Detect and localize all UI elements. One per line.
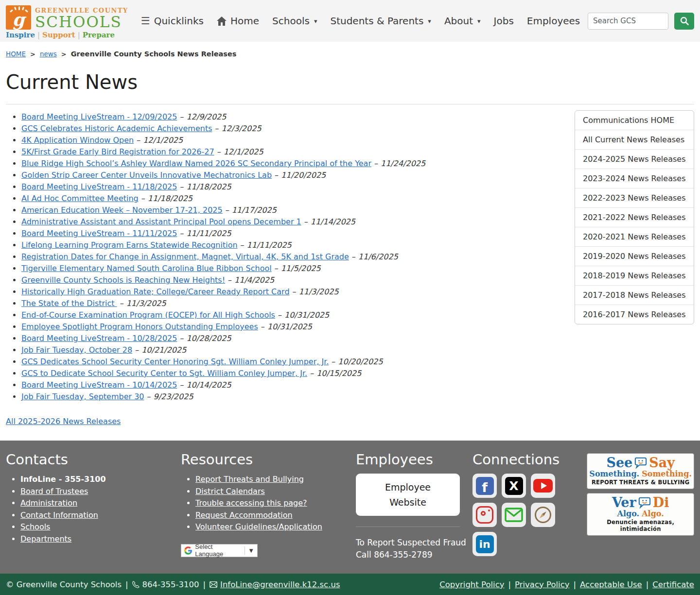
nav-jobs[interactable]: Jobs (494, 15, 514, 27)
facebook-icon[interactable]: f (472, 474, 497, 498)
search-button[interactable] (674, 13, 694, 30)
sidebar-archive-link[interactable]: Communications HOME (575, 111, 694, 130)
search-input[interactable] (588, 13, 668, 30)
sidebar-archive-link[interactable]: 2018-2019 News Releases (575, 266, 694, 285)
news-link[interactable]: Board Meeting LiveStream - 11/18/2025 (21, 182, 177, 191)
news-date: 10/15/2025 (316, 369, 361, 378)
nav-employees[interactable]: Employees (527, 15, 580, 27)
nav-about[interactable]: About ▾ (444, 15, 481, 27)
breadcrumb-home-link[interactable]: HOME (6, 50, 26, 58)
footer-resource-link[interactable]: Volunteer Guidelines/Application (195, 522, 322, 531)
news-item: AI Ad Hoc Committee Meeting–11/18/2025 (21, 193, 568, 204)
news-date: 9/23/2025 (154, 392, 193, 401)
footer-resource-link[interactable]: Trouble accessing this page? (195, 498, 307, 508)
footer-contact-link[interactable]: Board of Trustees (20, 487, 88, 496)
google-translate-widget[interactable]: Select Language ▼ (181, 544, 258, 557)
youtube-icon[interactable] (531, 474, 555, 498)
news-link[interactable]: Job Fair Tuesday, September 30 (21, 392, 144, 401)
news-link[interactable]: Registration Dates for Change in Assignm… (21, 252, 349, 261)
nav-home[interactable]: Home (217, 15, 259, 27)
news-list: Board Meeting LiveStream - 12/09/2025–12… (6, 111, 568, 403)
footer-resource-link[interactable]: Report Threats and Bullying (195, 475, 304, 484)
envelope-icon (210, 581, 217, 588)
breadcrumb-news-link[interactable]: news (40, 50, 57, 58)
breadcrumb-separator: > (61, 51, 67, 58)
ver-algo-di-algo-banner[interactable]: Ver Di Algo.Algo. Denuncie amenazas, int… (587, 493, 694, 536)
employees-heading: Employees (356, 451, 472, 468)
footer-resource-item: Report Threats and Bullying (195, 474, 356, 486)
news-link[interactable]: GCS to Dedicate School Security Center t… (21, 369, 307, 378)
news-date: 12/1/2025 (143, 136, 183, 145)
footer-resource-link[interactable]: District Calendars (195, 487, 265, 496)
all-news-releases-link[interactable]: All 2025-2026 News Releases (6, 417, 121, 426)
footer-contact-link[interactable]: Contact Information (20, 510, 98, 520)
news-link[interactable]: Board Meeting LiveStream - 10/14/2025 (21, 380, 177, 390)
news-link[interactable]: Administrative Assistant and Assistant P… (21, 217, 301, 226)
home-icon (217, 17, 227, 26)
sidebar-archive-link[interactable]: 2017-2018 News Releases (575, 285, 694, 305)
news-link[interactable]: Board Meeting LiveStream - 10/28/2025 (21, 334, 177, 343)
x-twitter-icon[interactable]: X (502, 474, 526, 498)
news-link[interactable]: Golden Strip Career Center Unveils Innov… (21, 170, 272, 180)
chevron-down-icon: ▾ (314, 17, 317, 25)
sidebar-archive-link[interactable]: 2019-2020 News Releases (575, 246, 694, 266)
nav-quicklinks[interactable]: ☰ Quicklinks (141, 15, 204, 27)
infoline-email-link[interactable]: InfoLine@greenville.k12.sc.us (220, 580, 340, 589)
news-link[interactable]: Board Meeting LiveStream - 11/11/2025 (21, 229, 177, 238)
news-link[interactable]: GCS Celebrates Historic Academic Achieve… (21, 124, 212, 133)
news-link[interactable]: Lifelong Learning Program Earns Statewid… (21, 240, 238, 250)
footer-contact-link[interactable]: Administration (20, 498, 77, 508)
news-item: End-of-Course Examination Program (EOCEP… (21, 309, 568, 321)
sidebar-archive-link[interactable]: 2024-2025 News Releases (575, 149, 694, 169)
news-link[interactable]: Board Meeting LiveStream - 12/09/2025 (21, 112, 177, 121)
footer-banners: See Say Something.Something. REPORT THRE… (587, 453, 694, 561)
news-item: Board Meeting LiveStream - 10/14/2025–10… (21, 379, 568, 391)
news-column: Board Meeting LiveStream - 12/09/2025–12… (6, 110, 568, 426)
news-link[interactable]: AI Ad Hoc Committee Meeting (21, 194, 139, 203)
news-link[interactable]: Blue Ridge High School’s Ashley Wardlaw … (21, 159, 371, 168)
footer-connections: Connections f X (472, 446, 587, 561)
footer-resource-link[interactable]: Request Accommodation (195, 510, 293, 520)
copyright-policy-link[interactable]: Copyright Policy (439, 580, 504, 589)
news-link[interactable]: 4K Application Window Open (21, 136, 134, 145)
district-logo[interactable]: g GREENVILLE COUNTY SCHOOLS Inspire|Supp… (6, 2, 128, 40)
logo-tagline: Inspire|Support|Prepare (6, 31, 128, 39)
news-link[interactable]: Employee Spotlight Program Honors Outsta… (21, 322, 258, 331)
sidebar-archive-link[interactable]: 2020-2021 News Releases (575, 227, 694, 246)
news-link[interactable]: Tigerville Elementary Named South Caroli… (21, 264, 272, 273)
linkedin-icon[interactable]: in (472, 532, 497, 556)
footer-contact-link[interactable]: Schools (20, 522, 50, 531)
certificate-link[interactable]: Certificate (652, 580, 694, 589)
news-link[interactable]: American Education Week – November 17-21… (21, 205, 223, 215)
news-separator: – (241, 240, 245, 250)
footer-resource-item: Request Accommodation (195, 510, 356, 522)
news-link[interactable]: Job Fair Tuesday, October 28 (21, 345, 132, 355)
logo-line2: SCHOOLS (35, 14, 128, 30)
see-something-say-something-banner[interactable]: See Say Something.Something. REPORT THRE… (587, 453, 694, 489)
nav-schools[interactable]: Schools ▾ (272, 15, 317, 27)
news-link[interactable]: End-of-Course Examination Program (EOCEP… (21, 310, 275, 320)
employee-website-button[interactable]: Employee Website (356, 474, 460, 516)
email-icon[interactable] (502, 503, 526, 527)
sidebar-archive-link[interactable]: 2021-2022 News Releases (575, 207, 694, 227)
footer-resource-item: District Calendars (195, 486, 356, 498)
footer-contacts: Contacts InfoLine - 355-3100 Board of Tr… (6, 446, 181, 561)
acceptable-use-link[interactable]: Acceptable Use (580, 580, 642, 589)
news-separator: – (137, 136, 140, 145)
news-link[interactable]: The State of the District (21, 299, 117, 308)
nav-students-parents[interactable]: Students & Parents ▾ (330, 15, 431, 27)
sidebar-archive-link[interactable]: 2016-2017 News Releases (575, 305, 694, 324)
compass-icon[interactable] (531, 503, 555, 527)
news-link[interactable]: Historically High Graduation Rate; Colle… (21, 287, 290, 296)
news-link[interactable]: Greenville County Schools is Reaching Ne… (21, 275, 225, 285)
news-link[interactable]: GCS Dedicates School Security Center Hon… (21, 357, 329, 366)
instagram-icon[interactable] (472, 503, 497, 527)
news-link[interactable]: 5K/First Grade Early Bird Registration f… (21, 147, 214, 156)
sidebar-archive-link[interactable]: All Current News Releases (575, 130, 694, 149)
news-item: GCS to Dedicate School Security Center t… (21, 368, 568, 379)
footer-contact-link[interactable]: Departments (20, 534, 71, 544)
privacy-policy-link[interactable]: Privacy Policy (515, 580, 569, 589)
sidebar-archive-link[interactable]: 2022-2023 News Releases (575, 188, 694, 207)
translate-label: Select Language (195, 543, 241, 558)
sidebar-archive-link[interactable]: 2023-2024 News Releases (575, 169, 694, 188)
